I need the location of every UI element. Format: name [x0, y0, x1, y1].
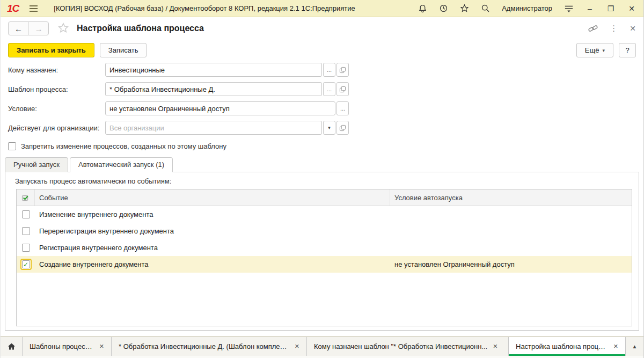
- event-row-3[interactable]: Регистрация внутреннего документа: [17, 239, 632, 256]
- history-nav-group: ← →: [8, 21, 49, 35]
- notifications-bell-icon[interactable]: [417, 3, 428, 14]
- close-tab-icon[interactable]: ✕: [99, 343, 104, 350]
- event-row-1[interactable]: Изменение внутреннего документа: [17, 206, 632, 223]
- forbid-change-checkbox[interactable]: [8, 142, 16, 150]
- taskbar-tab-label: Настройка шаблона процесса: [516, 342, 608, 350]
- column-header-condition[interactable]: Условие автозапуска: [390, 194, 632, 202]
- get-link-icon[interactable]: [588, 24, 598, 33]
- help-button[interactable]: ?: [619, 43, 636, 57]
- save-and-close-button[interactable]: Записать и закрыть: [8, 43, 94, 57]
- taskbar-tab-assigned[interactable]: Кому назначен шаблон "* Обработка Инвест…: [307, 337, 509, 356]
- forbid-change-row: Запретить изменение процессов, созданных…: [1, 140, 643, 157]
- column-header-event[interactable]: Событие: [35, 189, 390, 206]
- template-open-icon[interactable]: [336, 82, 349, 96]
- active-cell-outline: ✓: [21, 260, 31, 269]
- clock-icon: [439, 4, 448, 13]
- home-tab[interactable]: [1, 337, 23, 356]
- event-checkbox-4[interactable]: ✓: [22, 260, 30, 268]
- chevron-down-icon: ▾: [602, 48, 605, 53]
- organization-label: Действует для организации:: [8, 124, 105, 132]
- open-in-form-icon: [339, 86, 346, 93]
- events-table-empty-area: [17, 273, 632, 326]
- app-window: 1С [КОПИЯ] ВОСХОД (Рабочая база) / Докум…: [0, 0, 644, 358]
- close-tab-icon[interactable]: ✕: [613, 343, 618, 350]
- events-table-header: Событие Условие автозапуска: [17, 189, 632, 206]
- command-bar: Записать и закрыть Записать Ещё ▾ ?: [1, 40, 643, 62]
- service-menu-icon[interactable]: [564, 3, 574, 14]
- organization-input[interactable]: [105, 121, 322, 135]
- taskbar-tab-label: * Обработка Инвестиционные Д. (Шаблон ко…: [119, 342, 289, 350]
- event-name-4: Создание внутреннего документа: [35, 256, 390, 273]
- event-checkbox-2[interactable]: [22, 227, 30, 235]
- main-menu-icon[interactable]: [26, 3, 41, 14]
- assignee-input[interactable]: [105, 63, 322, 77]
- open-windows-taskbar: Шаблоны процессов ✕ * Обработка Инвестиц…: [1, 337, 643, 356]
- history-icon[interactable]: [438, 3, 449, 14]
- close-form-button[interactable]: ✕: [630, 24, 636, 33]
- automatic-launch-panel: Запускать процесс автоматически по событ…: [5, 172, 639, 331]
- condition-input[interactable]: [105, 101, 335, 115]
- minimize-button[interactable]: –: [584, 3, 595, 14]
- event-name-3: Регистрация внутреннего документа: [35, 239, 390, 256]
- template-input[interactable]: [105, 82, 322, 96]
- star-icon: [460, 4, 469, 13]
- search-icon[interactable]: [480, 3, 491, 14]
- events-table: Событие Условие автозапуска Изменение вн…: [16, 189, 632, 326]
- event-row-2[interactable]: Перерегистрация внутреннего документа: [17, 223, 632, 239]
- event-row-4-selected[interactable]: ✓ Создание внутреннего документа не уста…: [17, 256, 632, 273]
- page-title: Настройка шаблона процесса: [77, 24, 204, 33]
- open-in-form-icon: [339, 67, 346, 74]
- condition-label: Условие:: [8, 105, 105, 113]
- home-icon: [8, 342, 16, 350]
- more-actions-label: Ещё: [585, 46, 599, 54]
- taskbar-tab-templates[interactable]: Шаблоны процессов ✕: [23, 337, 112, 356]
- 1c-logo-icon: 1С: [7, 3, 21, 14]
- close-tab-icon[interactable]: ✕: [493, 343, 497, 350]
- organization-open-icon[interactable]: [336, 121, 349, 135]
- event-name-1: Изменение внутреннего документа: [35, 206, 390, 223]
- taskbar-tab-processing[interactable]: * Обработка Инвестиционные Д. (Шаблон ко…: [112, 337, 307, 356]
- chevron-down-icon: ▾: [328, 125, 331, 130]
- taskbar-tab-label: Кому назначен шаблон "* Обработка Инвест…: [314, 342, 487, 350]
- close-window-button[interactable]: ✕: [626, 3, 637, 14]
- event-checkbox-1[interactable]: [22, 210, 30, 218]
- more-actions-button[interactable]: Ещё ▾: [576, 43, 613, 57]
- tab-manual-launch[interactable]: Ручной запуск: [5, 157, 68, 172]
- condition-choose-button[interactable]: ...: [336, 101, 349, 115]
- back-button[interactable]: ←: [9, 22, 28, 35]
- favorites-star-icon[interactable]: [459, 3, 470, 14]
- maximize-button[interactable]: ❐: [605, 3, 616, 14]
- field-row-template: Шаблон процесса: ...: [8, 82, 636, 96]
- star-outline-icon: [57, 22, 69, 34]
- event-checkbox-3[interactable]: [22, 244, 30, 252]
- current-user[interactable]: Администратор: [502, 4, 552, 12]
- template-label: Шаблон процесса:: [8, 85, 105, 93]
- tools-icon: [564, 4, 574, 13]
- event-name-2: Перерегистрация внутреннего документа: [35, 223, 390, 239]
- organization-dropdown-button[interactable]: ▾: [323, 121, 335, 135]
- form-header: ← → Настройка шаблона процесса ⋮ ✕: [1, 17, 643, 40]
- field-row-assignee: Кому назначен: ...: [8, 63, 636, 77]
- taskbar-tab-template-settings[interactable]: Настройка шаблона процесса ✕: [509, 337, 626, 356]
- bell-icon: [418, 4, 427, 13]
- tab-automatic-launch[interactable]: Автоматический запуск (1): [70, 157, 173, 172]
- open-in-form-icon: [339, 125, 346, 131]
- close-tab-icon[interactable]: ✕: [295, 343, 299, 350]
- taskbar-collapse-button[interactable]: ▲: [626, 337, 643, 356]
- select-all-header-cell[interactable]: [17, 189, 35, 206]
- field-row-condition: Условие: ...: [8, 101, 636, 115]
- assignee-choose-button[interactable]: ...: [323, 63, 335, 77]
- favorite-toggle-star-icon[interactable]: [57, 22, 69, 35]
- window-bottom-edge: [1, 356, 643, 358]
- template-choose-button[interactable]: ...: [323, 82, 335, 96]
- launch-tabs: Ручной запуск Автоматический запуск (1): [1, 157, 643, 172]
- fields-section: Кому назначен: ... Шаблон процесса: ...: [1, 62, 643, 140]
- assignee-open-icon[interactable]: [336, 63, 349, 77]
- save-button[interactable]: Записать: [100, 43, 147, 57]
- forbid-change-label: Запретить изменение процессов, созданных…: [21, 142, 226, 150]
- event-condition-4: не установлен Ограниченный доступ: [390, 260, 632, 268]
- taskbar-tab-label: Шаблоны процессов: [30, 342, 94, 350]
- forward-button[interactable]: →: [28, 22, 48, 35]
- app-title: [КОПИЯ] ВОСХОД (Рабочая база) / Документ…: [54, 4, 355, 12]
- more-menu-icon[interactable]: ⋮: [610, 24, 618, 33]
